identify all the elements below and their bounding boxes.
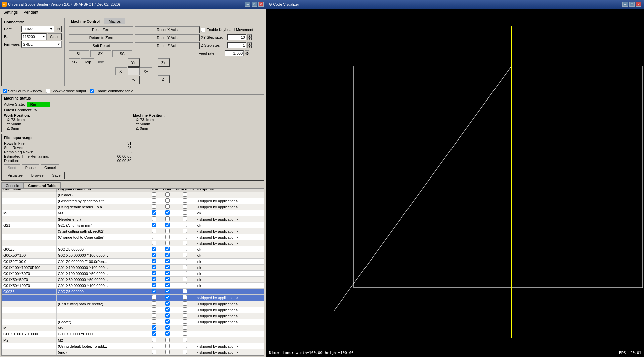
reset-y-axis-button[interactable]: Reset Y Axis bbox=[135, 34, 199, 41]
reset-x-axis-button[interactable]: Reset X Axis bbox=[135, 26, 199, 33]
browse-button[interactable]: Browse bbox=[28, 172, 47, 179]
verbose-output-label: Show verbose output bbox=[51, 89, 86, 93]
firmware-label: Firmware: bbox=[4, 42, 20, 46]
cell-response: ok bbox=[196, 271, 264, 277]
table-row: (Header end.)<skipped by application> bbox=[2, 216, 264, 222]
cell-original bbox=[56, 240, 147, 246]
tab-machine-control[interactable]: Machine Control bbox=[67, 18, 104, 24]
cell-original: M2 bbox=[56, 337, 147, 343]
cell-response: ok bbox=[196, 265, 264, 271]
enable-keyboard-checkbox[interactable] bbox=[201, 28, 205, 32]
cell-response: <skipped by application> bbox=[196, 313, 264, 319]
send-button[interactable]: Send bbox=[4, 164, 20, 171]
maximize-button[interactable]: □ bbox=[252, 2, 257, 7]
cell-done bbox=[161, 277, 174, 283]
cell-sent bbox=[147, 198, 161, 204]
minimize-button[interactable]: ─ bbox=[245, 2, 250, 7]
cell-generated bbox=[174, 198, 196, 204]
cell-command bbox=[2, 301, 57, 307]
cell-command bbox=[2, 295, 57, 301]
scroll-output-checkbox[interactable] bbox=[3, 89, 7, 93]
cell-generated bbox=[174, 331, 196, 337]
active-state-value: Run bbox=[27, 102, 50, 107]
cell-generated bbox=[174, 319, 196, 325]
cell-sent bbox=[147, 283, 161, 289]
cell-sent bbox=[147, 331, 161, 337]
machine-status-title: Machine status bbox=[4, 96, 262, 100]
cell-done bbox=[161, 271, 174, 277]
xy-step-down[interactable]: ▼ bbox=[247, 37, 252, 40]
y-minus-button[interactable]: Y- bbox=[128, 76, 140, 84]
z-step-up[interactable]: ▲ bbox=[247, 42, 252, 45]
ugs-title-bar: G Universal Gcode Sender (Version 2.0.7-… bbox=[0, 0, 266, 9]
cell-sent bbox=[147, 343, 161, 349]
help-button[interactable]: Help bbox=[81, 58, 94, 65]
z-step-down[interactable]: ▼ bbox=[247, 45, 252, 48]
return-to-zero-button[interactable]: Return to Zero bbox=[69, 34, 133, 41]
table-row: <skipped by application> bbox=[2, 295, 264, 301]
sg-button[interactable]: $G bbox=[69, 58, 80, 65]
col-sent: Sent bbox=[147, 189, 161, 192]
cell-done bbox=[161, 234, 174, 240]
cell-sent bbox=[147, 252, 161, 259]
cell-original bbox=[56, 313, 147, 319]
cell-response bbox=[196, 331, 264, 337]
z-minus-button[interactable]: Z- bbox=[158, 75, 170, 83]
vis-close-button[interactable]: ✕ bbox=[636, 2, 641, 7]
cell-sent bbox=[147, 295, 161, 301]
z-plus-button[interactable]: Z+ bbox=[158, 58, 170, 67]
vis-minimize-button[interactable]: ─ bbox=[622, 2, 628, 7]
cancel-button[interactable]: Cancel bbox=[41, 164, 59, 171]
close-button[interactable]: ✕ bbox=[258, 2, 264, 7]
soft-reset-button[interactable]: Soft Reset bbox=[69, 42, 133, 49]
reset-zero-button[interactable]: Reset Zero bbox=[69, 26, 133, 33]
verbose-output-checkbox[interactable] bbox=[46, 89, 50, 93]
enable-command-table-checkbox[interactable] bbox=[90, 89, 94, 93]
x-plus-button[interactable]: X+ bbox=[140, 67, 152, 75]
cell-generated bbox=[174, 277, 196, 283]
cell-generated bbox=[174, 337, 196, 343]
x-minus-button[interactable]: X- bbox=[115, 67, 127, 75]
close-connection-button[interactable]: Close bbox=[48, 33, 62, 40]
cell-command: G00X50Y100 bbox=[2, 252, 57, 259]
reset-z-axis-button[interactable]: Reset Z Axis bbox=[135, 42, 199, 49]
cell-sent bbox=[147, 337, 161, 343]
feed-rate-down[interactable]: ▼ bbox=[245, 53, 249, 56]
col-generated: Generated bbox=[174, 189, 196, 192]
save-button[interactable]: Save bbox=[49, 172, 65, 179]
menu-settings[interactable]: Settings bbox=[1, 9, 20, 15]
visualize-button[interactable]: Visualize bbox=[4, 172, 26, 179]
z-step-input[interactable] bbox=[227, 42, 246, 48]
console-tab[interactable]: Console bbox=[1, 182, 24, 189]
cell-command: M3 bbox=[2, 210, 57, 216]
cell-command: G01X100Y100Z0F400 bbox=[2, 265, 57, 271]
cell-command bbox=[2, 216, 57, 222]
y-plus-button[interactable]: Y+ bbox=[128, 58, 140, 67]
cell-response: ok bbox=[196, 246, 264, 252]
cell-done bbox=[161, 198, 174, 204]
cell-generated bbox=[174, 325, 196, 331]
cell-original: M3 bbox=[56, 210, 147, 216]
machine-pos-label: Machine Position: bbox=[133, 113, 262, 117]
cell-command bbox=[2, 343, 57, 349]
menu-pendant[interactable]: Pendant bbox=[21, 9, 40, 15]
cell-done bbox=[161, 295, 174, 301]
cell-done bbox=[161, 252, 174, 259]
vis-maximize-button[interactable]: □ bbox=[629, 2, 635, 7]
feed-rate-up[interactable]: ▲ bbox=[245, 50, 249, 53]
rows-in-file-value: 31 bbox=[127, 141, 131, 145]
sx-button[interactable]: $X bbox=[90, 50, 111, 57]
command-table-tab[interactable]: Command Table bbox=[24, 182, 61, 189]
cell-response: <skipped by application> bbox=[196, 301, 264, 307]
pause-button[interactable]: Pause bbox=[22, 164, 39, 171]
sc-button[interactable]: $C bbox=[112, 50, 132, 57]
sh-button[interactable]: $H bbox=[69, 50, 89, 57]
work-y: Y: 50mm bbox=[4, 122, 133, 126]
xy-step-up[interactable]: ▲ bbox=[247, 34, 252, 37]
cell-sent bbox=[147, 228, 161, 234]
xy-step-input[interactable] bbox=[227, 34, 246, 40]
tab-macros[interactable]: Macros bbox=[104, 18, 125, 24]
refresh-button[interactable]: ↻ bbox=[55, 26, 62, 32]
feed-rate-input[interactable] bbox=[225, 50, 244, 56]
cell-original: G00 Z5.000000 bbox=[56, 289, 147, 295]
